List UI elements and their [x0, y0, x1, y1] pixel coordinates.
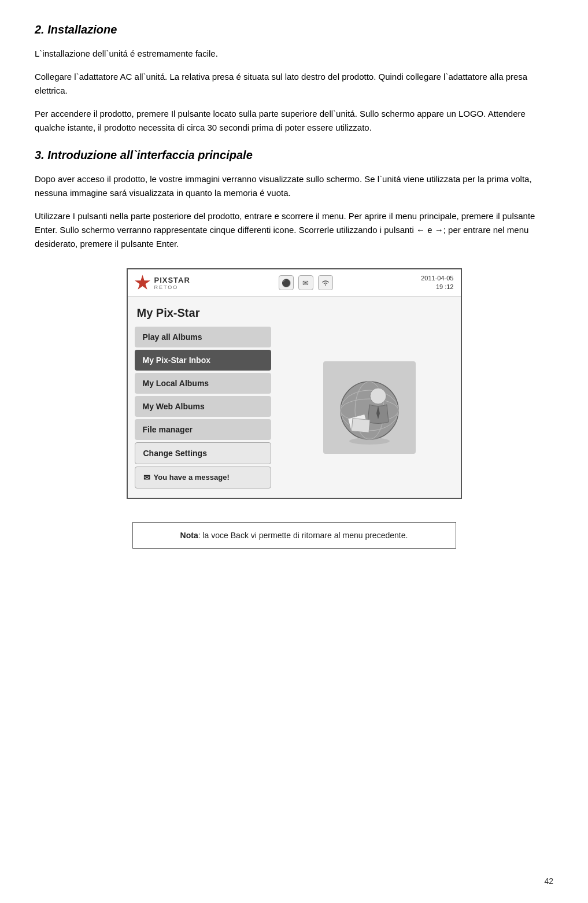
pixstar-content: My Pix-Star Play all Albums My Pix-Star … — [128, 297, 461, 498]
message-label: You have a message! — [154, 473, 230, 482]
section-2-para-3: Per accendere il prodotto, premere Il pu… — [35, 107, 553, 135]
section-3: 3. Introduzione all`interfaccia principa… — [35, 149, 553, 251]
pixstar-star-icon — [135, 275, 151, 291]
envelope-icon: ✉ — [298, 275, 313, 290]
svg-rect-7 — [352, 419, 370, 433]
svg-point-8 — [349, 438, 390, 445]
message-envelope-icon: ✉ — [143, 473, 150, 482]
menu-item-web-albums[interactable]: My Web Albums — [135, 396, 271, 417]
wifi-icon — [318, 275, 333, 290]
pixstar-logo-text: PIXSTAR RETOO — [154, 276, 190, 290]
topbar-date: 2011-04-05 — [421, 274, 453, 283]
topbar-datetime: 2011-04-05 19 :12 — [421, 274, 453, 292]
section-3-heading: 3. Introduzione all`interfaccia principa… — [35, 149, 553, 162]
pixstar-top-icons: ⚫ ✉ — [279, 275, 333, 290]
menu-item-inbox[interactable]: My Pix-Star Inbox — [135, 350, 271, 371]
pixstar-layout: Play all Albums My Pix-Star Inbox My Loc… — [128, 327, 461, 488]
pixstar-brand: PIXSTAR — [154, 276, 190, 284]
svg-point-5 — [370, 388, 386, 404]
menu-item-change-settings[interactable]: Change Settings — [135, 442, 271, 464]
note-bold: Nota — [180, 531, 198, 540]
section-3-para-2: Utilizzare I pulsanti nella parte poster… — [35, 209, 553, 251]
section-3-para-1: Dopo aver acceso il prodotto, le vostre … — [35, 172, 553, 200]
topbar-time: 19 :12 — [421, 283, 453, 291]
screenshot-wrapper: PIXSTAR RETOO ⚫ ✉ 2011-04-05 19 :12 — [35, 268, 553, 499]
section-2-heading: 2. Installazione — [35, 23, 553, 36]
note-wrapper: Nota: la voce Back vi permette di ritorn… — [35, 522, 553, 549]
menu-item-play-all-albums[interactable]: Play all Albums — [135, 327, 271, 347]
globe-icon: ⚫ — [279, 275, 294, 290]
note-box: Nota: la voce Back vi permette di ritorn… — [132, 522, 456, 549]
note-text: : la voce Back vi permette di ritornare … — [198, 531, 408, 540]
section-2-para-2: Collegare l`adattatore AC all`unitá. La … — [35, 70, 553, 98]
pixstar-sub: RETOO — [154, 284, 190, 290]
section-2: 2. Installazione L`installazione dell`un… — [35, 23, 553, 135]
menu-item-local-albums[interactable]: My Local Albums — [135, 373, 271, 394]
pixstar-logo: PIXSTAR RETOO — [135, 275, 190, 291]
menu-item-file-manager[interactable]: File manager — [135, 419, 271, 440]
menu-item-message[interactable]: ✉ You have a message! — [135, 467, 271, 488]
screenshot-box: PIXSTAR RETOO ⚫ ✉ 2011-04-05 19 :12 — [127, 268, 462, 499]
pixstar-image-area — [278, 327, 461, 488]
section-2-para-1: L`installazione dell`unitá é estremament… — [35, 47, 553, 61]
pixstar-topbar: PIXSTAR RETOO ⚫ ✉ 2011-04-05 19 :12 — [128, 269, 461, 297]
globe-illustration — [323, 361, 416, 454]
pixstar-menu: Play all Albums My Pix-Star Inbox My Loc… — [128, 327, 278, 488]
page-number: 42 — [544, 876, 553, 886]
pixstar-main-title: My Pix-Star — [128, 306, 461, 327]
